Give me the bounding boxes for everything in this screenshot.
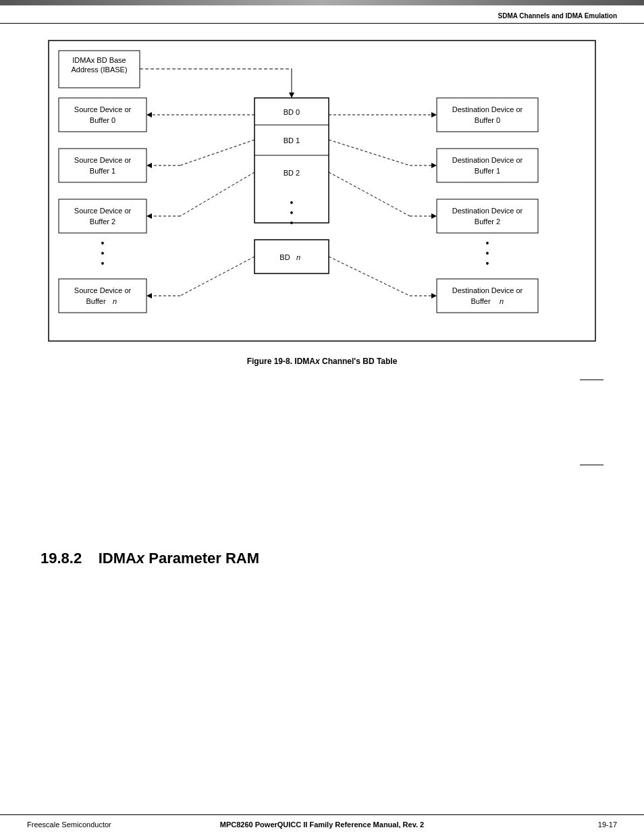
svg-text:Destination Device or: Destination Device or bbox=[452, 286, 523, 294]
svg-rect-37 bbox=[437, 199, 538, 233]
svg-rect-21 bbox=[59, 199, 146, 233]
svg-text:Buffer 1: Buffer 1 bbox=[475, 167, 500, 175]
svg-marker-55 bbox=[146, 163, 152, 168]
svg-text:Buffer 0: Buffer 0 bbox=[475, 116, 500, 124]
svg-rect-12 bbox=[254, 240, 329, 273]
svg-text:n: n bbox=[500, 297, 504, 305]
svg-text:Destination Device or: Destination Device or bbox=[452, 105, 523, 113]
svg-text:•: • bbox=[101, 258, 105, 269]
section-title: IDMAx Parameter RAM bbox=[99, 550, 259, 567]
svg-marker-69 bbox=[431, 213, 437, 219]
figure-caption: Figure 19-8. IDMAx Channel's BD Table bbox=[41, 357, 603, 366]
blank-space-2 bbox=[41, 469, 603, 509]
footer-center: MPC8260 PowerQUICC II Family Reference M… bbox=[220, 820, 424, 829]
svg-text:n: n bbox=[113, 297, 117, 305]
svg-text:•: • bbox=[486, 258, 489, 269]
svg-text:Destination Device or: Destination Device or bbox=[452, 156, 523, 164]
section-heading: 19.8.2 IDMAx Parameter RAM bbox=[0, 550, 644, 567]
svg-text:Source Device or: Source Device or bbox=[74, 207, 132, 215]
footer-left: Freescale Semiconductor bbox=[27, 820, 111, 829]
svg-text:BD 1: BD 1 bbox=[284, 136, 300, 145]
svg-text:Buffer 2: Buffer 2 bbox=[475, 217, 500, 226]
svg-text:Buffer: Buffer bbox=[86, 297, 105, 305]
page-header: SDMA Channels and IDMA Emulation bbox=[0, 5, 644, 24]
svg-line-53 bbox=[180, 140, 254, 165]
svg-text:BD 0: BD 0 bbox=[284, 108, 300, 116]
svg-text:BD: BD bbox=[279, 253, 290, 261]
svg-rect-15 bbox=[59, 98, 146, 132]
svg-text:IDMAx BD Base: IDMAx BD Base bbox=[72, 56, 126, 64]
svg-line-70 bbox=[329, 257, 410, 296]
svg-rect-43 bbox=[437, 279, 538, 313]
svg-text:Buffer: Buffer bbox=[471, 297, 490, 305]
svg-rect-34 bbox=[437, 149, 538, 182]
svg-marker-63 bbox=[431, 112, 437, 118]
svg-text:BD 2: BD 2 bbox=[284, 169, 300, 177]
svg-line-67 bbox=[329, 172, 410, 216]
svg-text:Buffer 1: Buffer 1 bbox=[90, 167, 115, 175]
svg-text:Address (IBASE): Address (IBASE) bbox=[71, 66, 127, 74]
section-number: 19.8.2 bbox=[41, 550, 95, 567]
svg-text:•: • bbox=[290, 217, 294, 228]
footer-right: 19-17 bbox=[598, 820, 617, 829]
svg-marker-61 bbox=[146, 293, 152, 298]
diagram-svg: IDMAx BD Base Address (IBASE) BD 0 BD 1 … bbox=[45, 37, 599, 348]
figure-caption-text: Figure 19-8. IDMAx Channel's BD Table bbox=[247, 357, 398, 366]
svg-marker-50 bbox=[289, 93, 294, 98]
page-header-title: SDMA Channels and IDMA Emulation bbox=[498, 12, 618, 20]
header-bar bbox=[0, 0, 644, 5]
svg-rect-31 bbox=[437, 98, 538, 132]
svg-rect-18 bbox=[59, 149, 146, 182]
svg-marker-66 bbox=[431, 163, 437, 168]
footer: Freescale Semiconductor MPC8260 PowerQUI… bbox=[0, 814, 644, 834]
svg-text:•: • bbox=[290, 207, 294, 218]
svg-text:Destination Device or: Destination Device or bbox=[452, 207, 523, 215]
svg-marker-72 bbox=[431, 293, 437, 298]
svg-text:Source Device or: Source Device or bbox=[74, 105, 132, 113]
svg-text:•: • bbox=[486, 238, 489, 249]
svg-text:•: • bbox=[101, 248, 105, 259]
svg-line-64 bbox=[329, 140, 410, 165]
svg-text:Source Device or: Source Device or bbox=[74, 156, 132, 164]
main-content: IDMAx BD Base Address (IBASE) BD 0 BD 1 … bbox=[0, 37, 644, 509]
svg-text:n: n bbox=[296, 253, 300, 261]
diagram-container: IDMAx BD Base Address (IBASE) BD 0 BD 1 … bbox=[45, 37, 599, 350]
svg-text:•: • bbox=[101, 238, 105, 249]
svg-line-59 bbox=[180, 257, 254, 296]
svg-text:Buffer 0: Buffer 0 bbox=[90, 116, 115, 124]
svg-line-56 bbox=[180, 172, 254, 216]
deco-line-1 bbox=[580, 380, 603, 380]
svg-rect-27 bbox=[59, 279, 146, 313]
deco-line-2 bbox=[580, 465, 603, 465]
svg-text:•: • bbox=[486, 248, 489, 259]
svg-text:Buffer 2: Buffer 2 bbox=[90, 217, 115, 226]
svg-marker-52 bbox=[146, 112, 152, 118]
svg-marker-58 bbox=[146, 213, 152, 219]
svg-text:Source Device or: Source Device or bbox=[74, 286, 132, 294]
blank-space-1 bbox=[41, 384, 603, 465]
svg-text:•: • bbox=[290, 197, 294, 208]
